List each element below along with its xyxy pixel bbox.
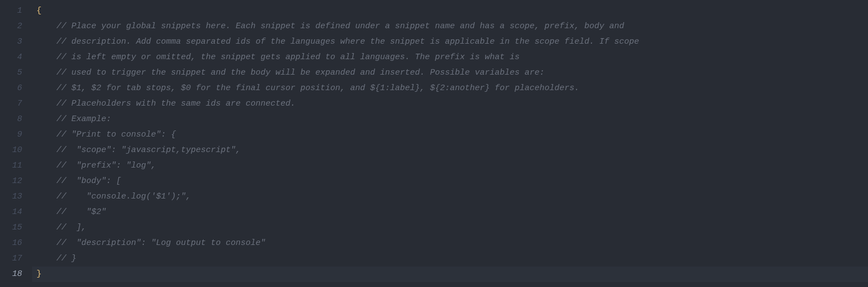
code-line[interactable]: // ],	[32, 220, 868, 236]
comment-token: // "$2"	[56, 207, 106, 217]
code-line[interactable]: // "$2"	[32, 205, 868, 220]
comment-token: // "body": [	[56, 176, 121, 186]
line-number: 18	[4, 267, 22, 282]
brace-token: {	[37, 6, 41, 15]
comment-token: // $1, $2 for tab stops, $0 for the fina…	[56, 84, 579, 93]
code-line[interactable]: // "Print to console": {	[32, 127, 868, 143]
code-line[interactable]: // "body": [	[32, 174, 868, 189]
line-number: 16	[4, 236, 22, 251]
code-line[interactable]: // "description": "Log output to console…	[32, 236, 868, 251]
code-line[interactable]: // Place your global snippets here. Each…	[32, 19, 868, 34]
line-number: 14	[4, 205, 22, 220]
comment-token: // "Print to console": {	[56, 130, 176, 139]
code-editor[interactable]: 123456789101112131415161718 { // Place y…	[0, 0, 868, 287]
code-line[interactable]: }	[32, 267, 868, 282]
brace-token: }	[37, 269, 41, 279]
line-number: 15	[4, 220, 22, 236]
comment-token: // used to trigger the snippet and the b…	[56, 68, 544, 77]
code-area[interactable]: { // Place your global snippets here. Ea…	[32, 0, 868, 287]
line-number: 10	[4, 143, 22, 158]
code-line[interactable]: // "scope": "javascript,typescript",	[32, 143, 868, 158]
line-number: 4	[4, 50, 22, 65]
code-line[interactable]: // "console.log('$1');",	[32, 189, 868, 205]
comment-token: // }	[56, 254, 76, 263]
comment-token: // "scope": "javascript,typescript",	[56, 145, 241, 155]
code-line[interactable]: {	[32, 3, 868, 19]
line-number: 3	[4, 34, 22, 50]
comment-token: // Placeholders with the same ids are co…	[56, 99, 295, 108]
comment-token: // "console.log('$1');",	[56, 192, 191, 201]
comment-token: // Example:	[56, 114, 111, 124]
comment-token: // description. Add comma separated ids …	[56, 37, 639, 46]
line-number: 9	[4, 127, 22, 143]
code-line[interactable]: // is left empty or omitted, the snippet…	[32, 50, 868, 65]
comment-token: // ],	[56, 223, 86, 232]
line-number: 2	[4, 19, 22, 34]
code-line[interactable]: // used to trigger the snippet and the b…	[32, 65, 868, 81]
code-line[interactable]: // $1, $2 for tab stops, $0 for the fina…	[32, 81, 868, 96]
code-line[interactable]: // Placeholders with the same ids are co…	[32, 96, 868, 112]
comment-token: // is left empty or omitted, the snippet…	[56, 53, 519, 62]
line-number: 13	[4, 189, 22, 205]
line-number: 6	[4, 81, 22, 96]
line-number: 11	[4, 158, 22, 174]
code-line[interactable]: // Example:	[32, 112, 868, 127]
line-number: 12	[4, 174, 22, 189]
code-line[interactable]: // }	[32, 251, 868, 267]
comment-token: // "description": "Log output to console…	[56, 238, 266, 248]
code-line[interactable]: // description. Add comma separated ids …	[32, 34, 868, 50]
code-line[interactable]: // "prefix": "log",	[32, 158, 868, 174]
line-number: 17	[4, 251, 22, 267]
comment-token: // "prefix": "log",	[56, 161, 156, 170]
line-number-gutter: 123456789101112131415161718	[0, 0, 32, 287]
comment-token: // Place your global snippets here. Each…	[56, 22, 624, 31]
line-number: 7	[4, 96, 22, 112]
line-number: 8	[4, 112, 22, 127]
line-number: 5	[4, 65, 22, 81]
line-number: 1	[4, 3, 22, 19]
